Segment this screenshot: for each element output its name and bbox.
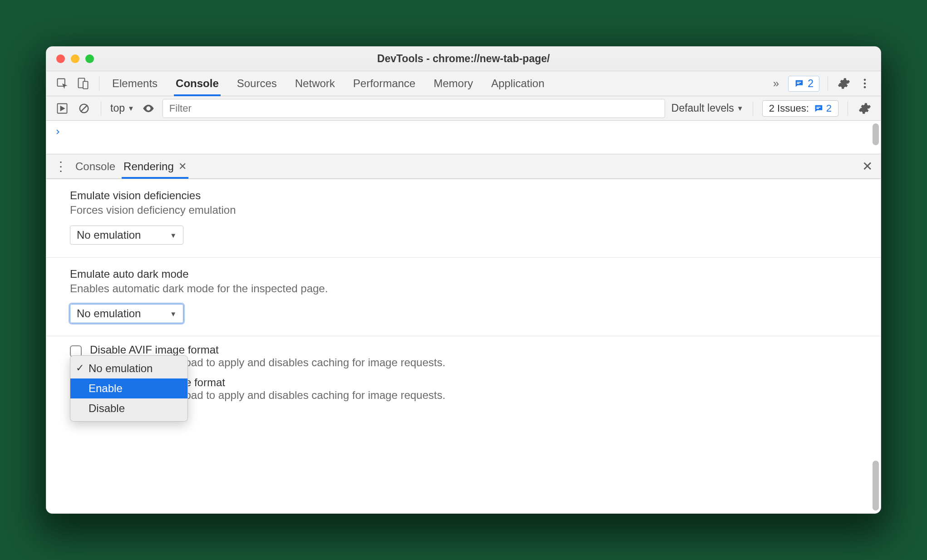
issues-label: 2 Issues: — [769, 103, 809, 114]
separator — [753, 101, 753, 116]
close-tab-icon[interactable]: ✕ — [178, 161, 187, 172]
context-selector[interactable]: top ▼ — [110, 102, 134, 114]
message-icon — [814, 103, 823, 113]
chevron-down-icon: ▼ — [170, 310, 177, 318]
tab-performance[interactable]: Performance — [353, 71, 415, 96]
separator — [101, 101, 101, 116]
section-title: Emulate auto dark mode — [70, 268, 857, 280]
drawer-tab-label: Rendering — [123, 160, 174, 173]
issues-count: 2 — [826, 103, 832, 114]
dropdown-option-disable[interactable]: Disable — [70, 398, 187, 418]
dropdown-option-enable[interactable]: Enable — [70, 378, 187, 398]
drawer-tab-rendering[interactable]: Rendering ✕ — [123, 154, 187, 178]
device-toolbar-icon[interactable] — [75, 76, 91, 91]
svg-rect-2 — [83, 81, 88, 88]
console-settings-gear-icon[interactable] — [857, 101, 873, 116]
console-toolbar: top ▼ Default levels ▼ 2 Issues: 2 — [46, 96, 881, 121]
close-drawer-icon[interactable]: ✕ — [862, 159, 873, 174]
auto-dark-mode-select[interactable]: No emulation ▼ — [70, 304, 183, 323]
separator — [99, 76, 99, 91]
tab-sources[interactable]: Sources — [237, 71, 277, 96]
section-auto-dark-mode: Emulate auto dark mode Enables automatic… — [46, 258, 881, 336]
tab-network[interactable]: Network — [295, 71, 335, 96]
console-output[interactable]: › — [46, 121, 881, 154]
svg-point-6 — [864, 83, 866, 85]
kebab-menu-icon[interactable] — [857, 76, 873, 91]
vision-deficiency-select[interactable]: No emulation ▼ — [70, 226, 183, 245]
main-toolbar: Elements Console Sources Network Perform… — [46, 71, 881, 96]
dropdown-option-no-emulation[interactable]: No emulation — [70, 359, 187, 378]
svg-rect-3 — [797, 82, 801, 83]
issues-badge-button[interactable]: 2 — [788, 76, 819, 92]
svg-rect-4 — [797, 83, 800, 84]
section-vision-deficiencies: Emulate vision deficiencies Forces visio… — [46, 179, 881, 258]
checkbox-title: Disable AVIF image format — [90, 344, 445, 356]
inspect-element-icon[interactable] — [54, 76, 70, 91]
drawer-tab-label: Console — [75, 160, 115, 173]
live-expression-eye-icon[interactable] — [141, 101, 156, 116]
separator — [848, 101, 848, 116]
chevron-down-icon: ▼ — [170, 231, 177, 239]
svg-rect-11 — [816, 107, 820, 108]
drawer-tabs: ⋮ Console Rendering ✕ ✕ — [46, 154, 881, 179]
svg-point-5 — [864, 79, 866, 81]
issues-button[interactable]: 2 Issues: 2 — [762, 100, 838, 117]
settings-gear-icon[interactable] — [836, 76, 852, 91]
play-icon[interactable] — [54, 101, 70, 116]
scrollbar[interactable] — [873, 461, 879, 511]
main-tabs: Elements Console Sources Network Perform… — [112, 71, 544, 96]
filter-input[interactable] — [163, 99, 665, 118]
context-selector-label: top — [110, 102, 125, 114]
scrollbar[interactable] — [873, 123, 879, 145]
issues-badge-count: 2 — [808, 78, 814, 90]
rendering-panel: Emulate vision deficiencies Forces visio… — [46, 179, 881, 513]
auto-dark-mode-dropdown: No emulation Enable Disable — [70, 355, 188, 422]
message-icon — [794, 79, 804, 88]
svg-rect-12 — [816, 108, 819, 109]
drawer-tab-console[interactable]: Console — [75, 154, 115, 178]
window-title: DevTools - chrome://new-tab-page/ — [46, 53, 881, 65]
log-level-label: Default levels — [671, 102, 734, 114]
section-description: Forces vision deficiency emulation — [70, 204, 857, 216]
tab-memory[interactable]: Memory — [434, 71, 473, 96]
tab-elements[interactable]: Elements — [112, 71, 158, 96]
drawer-kebab-icon[interactable]: ⋮ — [54, 159, 67, 174]
section-description: Enables automatic dark mode for the insp… — [70, 282, 857, 295]
log-level-selector[interactable]: Default levels ▼ — [671, 102, 744, 114]
clear-console-icon[interactable] — [76, 101, 92, 116]
separator — [828, 76, 828, 91]
tab-console[interactable]: Console — [176, 71, 219, 96]
section-title: Emulate vision deficiencies — [70, 189, 857, 202]
select-value: No emulation — [77, 307, 141, 320]
devtools-window: DevTools - chrome://new-tab-page/ Elemen… — [46, 46, 881, 514]
tab-application[interactable]: Application — [491, 71, 544, 96]
chevron-down-icon: ▼ — [128, 104, 134, 112]
chevron-down-icon: ▼ — [737, 104, 744, 112]
titlebar: DevTools - chrome://new-tab-page/ — [46, 47, 881, 71]
svg-line-10 — [81, 106, 87, 111]
console-prompt-icon: › — [54, 125, 61, 138]
svg-point-7 — [864, 86, 866, 88]
select-value: No emulation — [77, 229, 141, 241]
more-tabs-icon[interactable]: » — [773, 77, 779, 90]
